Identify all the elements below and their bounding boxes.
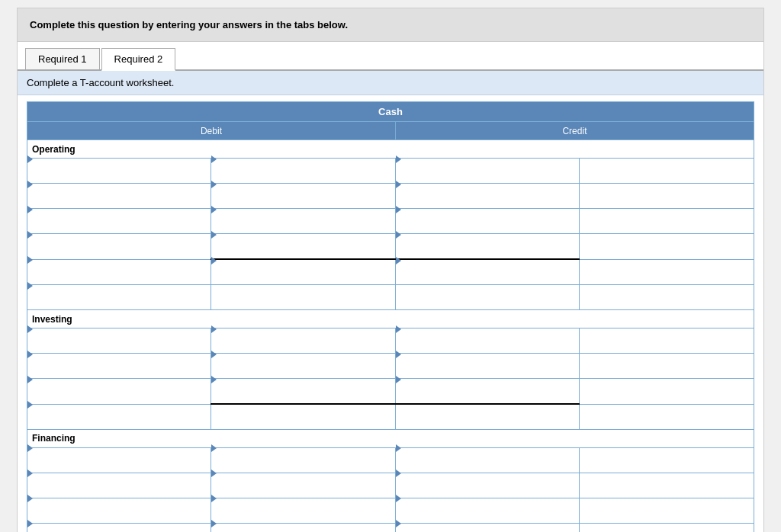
cash-header: Cash <box>27 102 754 122</box>
operating-label: Operating <box>27 140 754 159</box>
op-credit-label-input-1[interactable] <box>396 164 579 188</box>
investing-row-1 <box>27 328 754 354</box>
tab-required2[interactable]: Required 2 <box>101 48 176 71</box>
section-operating-label-row: Operating <box>27 140 754 159</box>
operating-row-1 <box>27 159 754 184</box>
op-credit-val-1[interactable] <box>580 159 754 184</box>
table-container: Cash Debit Credit Operating <box>18 95 763 532</box>
op-credit-label-1[interactable] <box>395 159 579 184</box>
debit-header: Debit <box>27 122 396 140</box>
tab-required1[interactable]: Required 1 <box>25 48 100 69</box>
op-debit-val-input-1[interactable] <box>211 164 394 188</box>
op-debit-label-input-1[interactable] <box>27 164 211 188</box>
op-debit-label-1[interactable] <box>27 159 211 184</box>
financing-row-1 <box>27 447 754 473</box>
tabs-row: Required 1 Required 2 <box>18 42 763 71</box>
op-debit-label-input-2[interactable] <box>27 189 211 213</box>
credit-header: Credit <box>395 122 754 140</box>
instruction-text: Complete this question by entering your … <box>30 19 348 30</box>
t-account-table: Cash Debit Credit Operating <box>27 101 754 532</box>
op-credit-val-input-1[interactable] <box>580 159 754 183</box>
subinstruction: Complete a T-account worksheet. <box>18 71 763 95</box>
op-debit-val-1[interactable] <box>211 159 395 184</box>
op-credit-val-2[interactable] <box>580 184 754 209</box>
instruction-bar: Complete this question by entering your … <box>18 8 763 42</box>
page-container: Complete this question by entering your … <box>17 8 764 532</box>
